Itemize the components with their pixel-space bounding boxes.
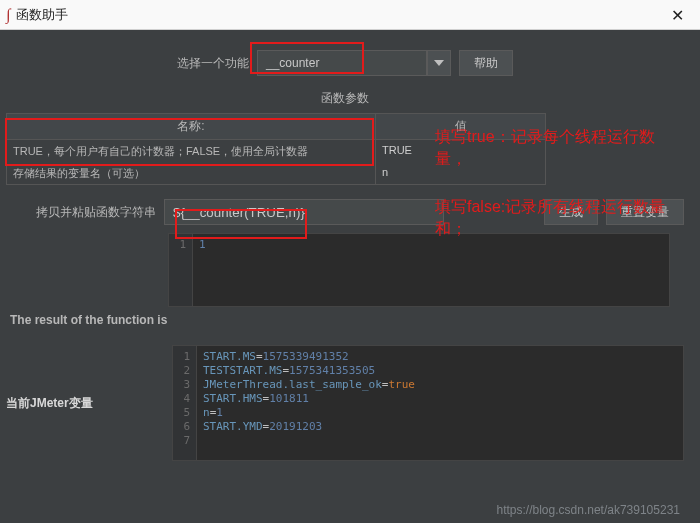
vars-gutter: 1 2 3 4 5 6 7 — [173, 346, 197, 460]
vars-row: 当前JMeter变量 1 2 3 4 5 6 7 START.MS=157533… — [6, 345, 684, 461]
line-number: 2 — [173, 364, 190, 378]
watermark: https://blog.csdn.net/ak739105231 — [497, 503, 680, 517]
line-number: 3 — [173, 378, 190, 392]
param-value[interactable]: TRUE — [375, 140, 545, 162]
function-select-dropdown[interactable] — [427, 50, 451, 76]
code-line: START.YMD=20191203 — [203, 420, 415, 434]
vars-code: 1 2 3 4 5 6 7 START.MS=1575339491352 TES… — [172, 345, 684, 461]
generate-button[interactable]: 生成 — [544, 199, 598, 225]
function-select-row: 选择一个功能 __counter 帮助 — [6, 50, 684, 76]
result-gutter: 1 — [169, 234, 193, 306]
result-code: 1 1 — [168, 233, 670, 307]
function-select-value: __counter — [257, 50, 427, 76]
line-number: 1 — [169, 238, 186, 252]
line-number: 5 — [173, 406, 190, 420]
generate-label: 拷贝并粘贴函数字符串 — [36, 204, 156, 221]
param-name: TRUE，每个用户有自己的计数器；FALSE，使用全局计数器 — [7, 140, 375, 162]
params-table: 名称: 值 TRUE，每个用户有自己的计数器；FALSE，使用全局计数器 TRU… — [6, 113, 546, 185]
params-table-body: TRUE，每个用户有自己的计数器；FALSE，使用全局计数器 TRUE 存储结果… — [7, 140, 545, 184]
param-name: 存储结果的变量名（可选） — [7, 162, 375, 184]
help-button[interactable]: 帮助 — [459, 50, 513, 76]
line-number: 4 — [173, 392, 190, 406]
code-line — [203, 434, 415, 448]
code-line: START.HMS=101811 — [203, 392, 415, 406]
titlebar: ∫ 函数助手 ✕ — [0, 0, 700, 30]
generate-row: 拷贝并粘贴函数字符串 生成 重置变量 — [36, 199, 684, 225]
code-line: n=1 — [203, 406, 415, 420]
params-table-header: 名称: 值 — [7, 114, 545, 140]
params-section-title: 函数参数 — [6, 90, 684, 107]
table-row: 存储结果的变量名（可选） n — [7, 162, 545, 184]
function-select[interactable]: __counter — [257, 50, 451, 76]
dialog-window: ∫ 函数助手 ✕ 选择一个功能 __counter 帮助 函数参数 名称: 值 — [0, 0, 700, 523]
code-line: JMeterThread.last_sample_ok=true — [203, 378, 415, 392]
line-number: 1 — [173, 350, 190, 364]
close-icon: ✕ — [671, 6, 684, 25]
function-select-label: 选择一个功能 — [177, 55, 249, 72]
close-button[interactable]: ✕ — [655, 0, 700, 30]
param-value[interactable]: n — [375, 162, 545, 184]
chevron-down-icon — [434, 60, 444, 66]
result-lines: 1 — [193, 234, 212, 306]
function-string-input[interactable] — [164, 199, 444, 225]
line-number: 7 — [173, 434, 190, 448]
code-line: 1 — [199, 238, 206, 252]
line-number: 6 — [173, 420, 190, 434]
code-line: TESTSTART.MS=1575341353505 — [203, 364, 415, 378]
result-label: The result of the function is — [10, 313, 684, 327]
code-line: START.MS=1575339491352 — [203, 350, 415, 364]
reset-vars-button[interactable]: 重置变量 — [606, 199, 684, 225]
params-col-name: 名称: — [7, 114, 375, 140]
window-title: 函数助手 — [16, 6, 68, 24]
app-icon: ∫ — [6, 6, 10, 24]
table-row: TRUE，每个用户有自己的计数器；FALSE，使用全局计数器 TRUE — [7, 140, 545, 162]
vars-label: 当前JMeter变量 — [6, 395, 162, 412]
vars-lines: START.MS=1575339491352 TESTSTART.MS=1575… — [197, 346, 421, 460]
params-col-value: 值 — [375, 114, 545, 140]
dialog-body: 选择一个功能 __counter 帮助 函数参数 名称: 值 TRUE，每个用户… — [0, 30, 700, 461]
